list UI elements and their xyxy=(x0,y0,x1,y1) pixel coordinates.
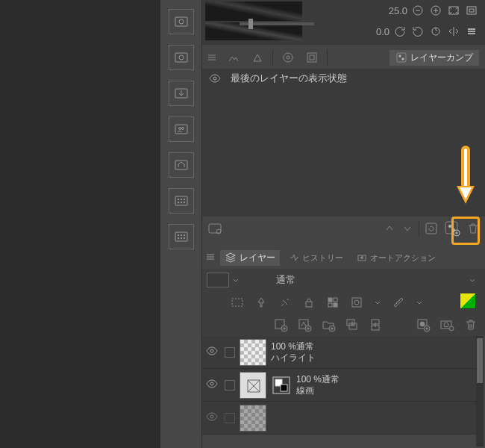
actual-size-icon[interactable] xyxy=(464,3,479,18)
layer-name-label: ハイライト xyxy=(271,352,316,364)
svg-point-18 xyxy=(181,234,182,236)
rotate-cw-icon[interactable] xyxy=(410,24,425,39)
tab-layer-comp[interactable]: レイヤーカンプ xyxy=(389,50,479,66)
lock-layer-icon[interactable] xyxy=(301,294,317,311)
svg-rect-51 xyxy=(352,298,361,307)
svg-point-63 xyxy=(420,322,425,326)
comp-refresh-icon[interactable] xyxy=(424,221,439,238)
transfer-down-icon[interactable] xyxy=(344,317,360,333)
layer-color-swatch[interactable] xyxy=(460,293,476,309)
delete-comp-icon[interactable] xyxy=(466,221,481,238)
new-vector-layer-icon[interactable] xyxy=(296,317,313,333)
svg-rect-48 xyxy=(334,298,337,302)
delete-layer-icon[interactable] xyxy=(463,317,479,333)
draft-layer-icon[interactable] xyxy=(277,294,293,311)
reference-layer-icon[interactable] xyxy=(253,294,269,311)
svg-point-21 xyxy=(181,237,182,239)
svg-rect-37 xyxy=(209,224,221,233)
svg-point-7 xyxy=(181,128,184,130)
apply-mask-icon[interactable] xyxy=(439,317,455,333)
dock-panel-2[interactable] xyxy=(169,45,194,70)
svg-point-34 xyxy=(399,55,401,57)
mask-enable-icon[interactable] xyxy=(348,294,365,311)
layer-thumbnail[interactable] xyxy=(240,339,266,366)
dock-panel-grid-1[interactable] xyxy=(169,188,194,214)
lock-transparent-icon[interactable] xyxy=(325,294,341,311)
rotate-reset-icon[interactable] xyxy=(428,24,443,39)
layer-opacity-label: 100 %通常 xyxy=(296,374,340,385)
zoom-slider[interactable] xyxy=(240,22,314,25)
svg-point-41 xyxy=(448,225,451,228)
svg-point-30 xyxy=(287,56,290,59)
svg-point-52 xyxy=(354,300,359,305)
layer-list-scrollbar[interactable] xyxy=(476,336,484,447)
merge-down-icon[interactable] xyxy=(368,317,384,333)
dock-panel-1[interactable] xyxy=(169,9,194,34)
svg-point-10 xyxy=(178,199,179,200)
svg-rect-47 xyxy=(328,298,332,302)
tab-layers[interactable]: レイヤー xyxy=(220,250,280,266)
chevron-down-icon[interactable] xyxy=(231,275,241,285)
zoom-out-icon[interactable] xyxy=(410,3,425,18)
chevron-down-icon[interactable] xyxy=(372,297,383,308)
panel-menu-icon[interactable] xyxy=(205,252,216,264)
flip-horizontal-icon[interactable] xyxy=(446,24,461,39)
svg-rect-26 xyxy=(467,7,476,14)
clip-mask-icon[interactable] xyxy=(229,294,245,311)
svg-rect-33 xyxy=(397,53,406,62)
rotate-ccw-icon[interactable] xyxy=(392,24,407,39)
panel-menu-icon[interactable] xyxy=(205,51,219,64)
svg-rect-32 xyxy=(310,55,314,60)
dock-panel-grid-2[interactable] xyxy=(169,224,194,249)
layer-mask-thumbnail[interactable] xyxy=(271,375,292,396)
chevron-down-icon[interactable] xyxy=(414,297,425,308)
layer-checkbox[interactable] xyxy=(225,347,235,358)
layer-comp-label: 最後のレイヤーの表示状態 xyxy=(231,72,347,85)
navigator-thumbnail[interactable] xyxy=(205,1,302,21)
new-layer-mask-icon[interactable] xyxy=(415,317,431,333)
layer-checkbox[interactable] xyxy=(225,413,235,423)
layer-row[interactable] xyxy=(202,402,476,435)
svg-point-11 xyxy=(181,199,182,200)
svg-point-66 xyxy=(444,323,448,327)
tab-icon-4[interactable] xyxy=(303,49,321,66)
tab-history[interactable]: ヒストリー xyxy=(284,251,348,265)
tab-icon-1[interactable] xyxy=(225,49,242,66)
visibility-icon[interactable] xyxy=(205,377,220,393)
dock-panel-house[interactable] xyxy=(169,152,194,178)
layer-thumbnail[interactable] xyxy=(240,372,266,399)
layer-row[interactable]: 100 %通常 線画 xyxy=(202,369,476,402)
new-raster-layer-icon[interactable] xyxy=(272,317,289,333)
tab-icon-3[interactable] xyxy=(279,49,297,66)
blend-mode-select[interactable]: 通常 xyxy=(248,273,323,287)
fit-screen-icon[interactable] xyxy=(446,3,461,18)
palette-color-swatch[interactable] xyxy=(207,273,229,287)
comp-next-icon[interactable] xyxy=(401,222,414,237)
visibility-icon[interactable] xyxy=(205,344,220,360)
svg-point-22 xyxy=(184,237,185,239)
tab-autoaction[interactable]: オートアクション xyxy=(352,251,440,265)
svg-point-13 xyxy=(178,202,179,203)
ruler-icon[interactable] xyxy=(390,294,407,311)
menu-stack-icon[interactable] xyxy=(464,24,479,39)
svg-point-6 xyxy=(178,128,181,130)
layer-comp-row[interactable]: 最後のレイヤーの表示状態 xyxy=(202,69,485,88)
new-folder-icon[interactable] xyxy=(320,317,337,333)
visibility-icon[interactable] xyxy=(205,410,220,426)
visibility-icon[interactable] xyxy=(208,72,222,85)
svg-rect-45 xyxy=(232,299,242,306)
dock-panel-people[interactable] xyxy=(169,116,194,142)
layer-row[interactable]: 100 %通常 ハイライト xyxy=(202,336,476,369)
layer-thumbnail[interactable] xyxy=(240,405,266,432)
tab-icon-2[interactable] xyxy=(248,49,266,66)
svg-point-1 xyxy=(179,19,184,24)
layer-checkbox[interactable] xyxy=(225,380,235,391)
comp-prev-icon[interactable] xyxy=(383,222,396,237)
zoom-in-icon[interactable] xyxy=(428,3,443,18)
dock-panel-download[interactable] xyxy=(169,81,194,106)
svg-point-67 xyxy=(449,326,454,331)
comp-update-icon[interactable] xyxy=(207,220,223,239)
layer-opacity-label: 100 %通常 xyxy=(271,341,316,352)
chevron-down-icon[interactable] xyxy=(467,275,478,285)
new-layer-comp-button[interactable] xyxy=(443,220,461,240)
